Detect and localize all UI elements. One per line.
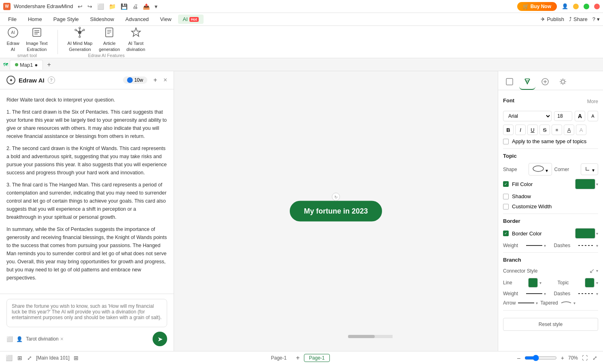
tab-map1[interactable]: Map1 ● xyxy=(10,60,43,70)
print-button[interactable]: 🖨 xyxy=(131,2,140,11)
strikethrough-button[interactable]: S xyxy=(539,125,550,135)
save-button[interactable]: 💾 xyxy=(119,2,129,11)
weight-dropdown[interactable]: ▾ xyxy=(544,243,546,248)
canvas-area[interactable]: ↻ My fortune in 2023 xyxy=(174,71,498,351)
font-section-header: Font More xyxy=(503,95,598,108)
page-tab-2[interactable]: Page-1 xyxy=(304,354,330,362)
shape-select[interactable]: ▾ xyxy=(529,163,552,176)
arrow-dropdown[interactable]: ▾ xyxy=(536,301,538,305)
minimize-button[interactable] xyxy=(573,4,579,9)
font-more-button[interactable]: More xyxy=(587,99,598,104)
hot-badge: Hot xyxy=(189,17,199,22)
share-button[interactable]: ⤴ Share xyxy=(569,16,588,22)
tab-insert[interactable] xyxy=(537,74,553,90)
reset-style-button[interactable]: Reset style xyxy=(503,318,598,331)
fit-screen-button[interactable]: ⤢ xyxy=(592,354,598,362)
fill-color-dropdown[interactable]: ▾ xyxy=(596,182,598,186)
fill-color-checkbox[interactable]: ✓ xyxy=(503,181,509,187)
font-size-down-button[interactable]: A xyxy=(588,111,598,121)
connector-dropdown[interactable]: ▾ xyxy=(596,269,598,273)
right-panel: Font More Arial A A B I U S ≡ A A xyxy=(498,71,603,351)
border-color-swatch[interactable] xyxy=(575,228,595,239)
font-color-button[interactable]: A xyxy=(564,125,574,135)
send-button[interactable]: ➤ xyxy=(153,332,167,346)
maximize-button[interactable] xyxy=(584,4,589,9)
align-button[interactable]: ≡ xyxy=(552,125,562,135)
bold-button[interactable]: B xyxy=(503,125,514,135)
font-family-select[interactable]: Arial xyxy=(503,111,552,121)
line-color-dropdown[interactable]: ▾ xyxy=(539,281,541,285)
edraw-ai-tool[interactable]: AI EdrawAI xyxy=(6,26,19,52)
template-icon[interactable]: ⬜ xyxy=(6,336,13,342)
ai-tarot-divination-tool[interactable]: AI Tarotdivination xyxy=(126,26,145,52)
menu-ai[interactable]: AI Hot xyxy=(178,15,204,24)
more-button[interactable]: ▾ xyxy=(153,2,159,11)
ai-help-icon[interactable]: ? xyxy=(48,76,55,84)
ai-input-field[interactable] xyxy=(6,299,167,327)
topic-color-dropdown[interactable]: ▾ xyxy=(596,281,598,285)
scrollbar-thumb[interactable] xyxy=(348,335,375,338)
zoom-out-button[interactable]: – xyxy=(516,354,521,362)
menu-slideshow[interactable]: Slideshow xyxy=(85,15,119,24)
user-icon[interactable]: 👤 xyxy=(16,336,23,342)
border-color-dropdown[interactable]: ▾ xyxy=(596,231,598,236)
close-panel-button[interactable]: × xyxy=(163,76,167,84)
article-generation-tool[interactable]: Articlegeneration xyxy=(99,26,120,52)
border-color-checkbox[interactable]: ✓ xyxy=(503,231,509,236)
weight-line-preview xyxy=(526,245,542,246)
menu-page-style[interactable]: Page Style xyxy=(49,15,84,24)
add-token-button[interactable]: + xyxy=(151,75,160,85)
menu-advanced[interactable]: Advanced xyxy=(121,15,154,24)
image-text-extraction-tool[interactable]: Image TextExtraction xyxy=(26,26,48,52)
add-page-button[interactable]: + xyxy=(293,353,302,362)
grid-button[interactable]: ⊞ xyxy=(73,354,79,362)
corner-select[interactable]: ▾ xyxy=(581,163,598,175)
buy-now-button[interactable]: 🛒 Buy Now xyxy=(517,2,557,11)
topic-color-swatch[interactable] xyxy=(585,278,595,288)
mind-map-node[interactable]: My fortune in 2023 xyxy=(290,201,382,222)
font-size-up-button[interactable]: A xyxy=(575,111,585,121)
shadow-checkbox[interactable] xyxy=(503,194,509,199)
tab-settings[interactable] xyxy=(555,74,571,90)
underline-button[interactable]: U xyxy=(527,125,538,135)
export-button[interactable]: 📤 xyxy=(141,2,151,11)
font-size-input[interactable] xyxy=(554,111,572,121)
tab-format[interactable] xyxy=(519,74,535,90)
undo-button[interactable]: ↩ xyxy=(76,2,84,11)
apply-same-checkbox[interactable] xyxy=(503,139,509,144)
zoom-slider[interactable] xyxy=(524,355,557,361)
horizontal-scrollbar[interactable] xyxy=(348,335,393,338)
font-highlight-button[interactable]: A xyxy=(576,125,586,135)
node-handle[interactable]: ↻ xyxy=(332,193,340,201)
branch-dashes-dropdown[interactable]: ▾ xyxy=(596,292,598,296)
zoom-in-button[interactable]: + xyxy=(560,354,565,362)
fill-color-swatch[interactable] xyxy=(575,179,595,189)
page-tab-1[interactable]: Page-1 xyxy=(265,354,292,362)
add-tab-button[interactable]: + xyxy=(45,60,53,69)
new-button[interactable]: ⬜ xyxy=(96,2,106,11)
layout-button[interactable]: ⊞ xyxy=(17,354,23,362)
ai-panel: ✦ Edraw AI ? 10w + × Rider Waite tarot d… xyxy=(0,71,174,351)
fullscreen-button[interactable]: ⛶ xyxy=(581,354,588,362)
close-button[interactable] xyxy=(594,4,600,9)
redo-button[interactable]: ↪ xyxy=(86,2,94,11)
menu-view[interactable]: View xyxy=(155,15,176,24)
open-button[interactable]: 📁 xyxy=(107,2,117,11)
ai-mind-map-generation-tool[interactable]: AI Mind MapGeneration xyxy=(68,26,93,52)
italic-button[interactable]: I xyxy=(515,125,526,135)
customize-width-row: Customize Width xyxy=(503,203,598,210)
customize-width-checkbox[interactable] xyxy=(503,204,509,210)
menu-home[interactable]: Home xyxy=(23,15,47,24)
panels-button[interactable]: ⬜ xyxy=(5,354,13,362)
help-button[interactable]: ? ▾ xyxy=(592,16,600,22)
line-color-swatch[interactable] xyxy=(528,278,538,288)
dashes-dropdown[interactable]: ▾ xyxy=(596,243,598,248)
token-value: 10w xyxy=(134,77,143,83)
tarot-tag-close[interactable]: × xyxy=(60,336,64,342)
tab-style[interactable] xyxy=(501,74,518,90)
branch-weight-dropdown[interactable]: ▾ xyxy=(544,292,546,296)
tapered-dropdown[interactable]: ▾ xyxy=(573,301,575,305)
menu-file[interactable]: File xyxy=(3,15,21,24)
publish-button[interactable]: ✈ Publish xyxy=(541,16,564,22)
fit-button[interactable]: ⤢ xyxy=(26,354,33,362)
